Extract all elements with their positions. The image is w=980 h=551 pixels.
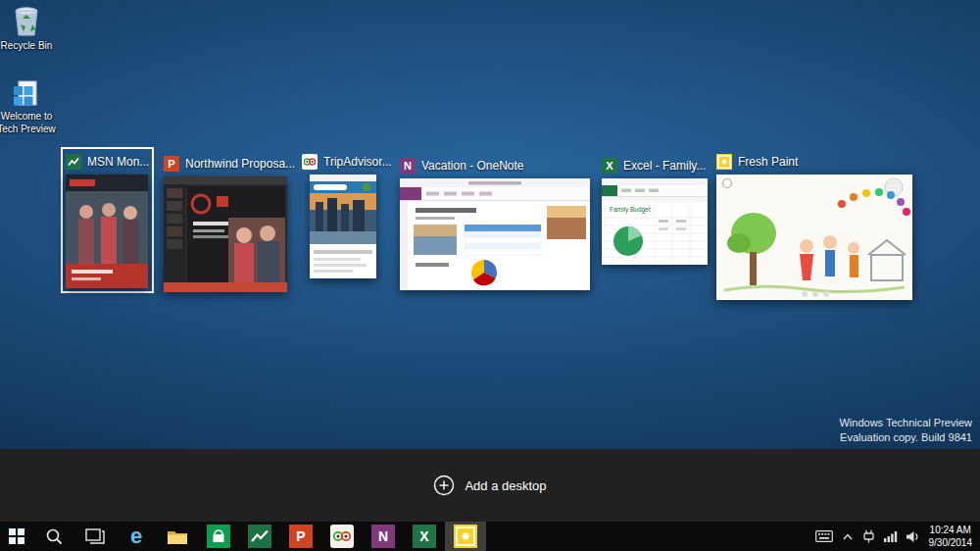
- task-view-window-tripadvisor[interactable]: TripAdvisor...: [297, 147, 389, 283]
- welcome-tech-preview-label: Welcome to Tech Preview: [0, 111, 58, 135]
- search-icon: [45, 527, 63, 545]
- task-view-button[interactable]: [74, 522, 116, 551]
- task-view-icon: [85, 528, 105, 544]
- task-view-window-fresh-paint[interactable]: Fresh Paint: [711, 147, 917, 305]
- tile-title: Vacation - OneNote: [421, 159, 524, 173]
- powerpoint-icon: P: [289, 525, 313, 548]
- desktop-icon-recycle-bin[interactable]: Recycle Bin: [0, 6, 58, 53]
- tile-title: Excel - Family...: [623, 159, 706, 173]
- tile-title: Fresh Paint: [738, 155, 798, 169]
- clock-date: 9/30/2014: [929, 536, 973, 549]
- excel-icon: X: [413, 525, 436, 548]
- plus-circle-icon: [433, 475, 455, 496]
- tripadvisor-taskbar-button[interactable]: [321, 522, 363, 551]
- task-view-window-msn-money[interactable]: MSN Mon...: [61, 147, 154, 293]
- msn-money-icon: [66, 154, 81, 170]
- welcome-tech-preview-icon: [12, 80, 41, 108]
- task-view-window-onenote[interactable]: N Vacation - OneNote: [395, 151, 595, 295]
- store-button[interactable]: [198, 522, 239, 551]
- onenote-icon: N: [400, 158, 416, 174]
- tripadvisor-icon: [302, 154, 318, 170]
- onenote-icon: N: [371, 525, 395, 548]
- file-explorer-button[interactable]: [157, 522, 198, 551]
- excel-icon: X: [602, 158, 617, 174]
- tripadvisor-thumbnail: [310, 175, 376, 278]
- internet-explorer-icon: e: [130, 526, 142, 547]
- excel-taskbar-button[interactable]: X: [404, 522, 445, 551]
- add-desktop-bar: Add a desktop: [0, 449, 980, 522]
- touch-keyboard-icon[interactable]: [815, 530, 833, 542]
- show-hidden-icons-chevron-icon[interactable]: [842, 532, 854, 541]
- task-view-window-powerpoint[interactable]: P Northwind Proposa...: [159, 149, 300, 297]
- fresh-paint-icon: [454, 525, 477, 548]
- tile-title: MSN Mon...: [87, 155, 149, 169]
- powerpoint-thumbnail: [164, 176, 287, 292]
- file-explorer-icon: [167, 528, 188, 545]
- watermark-line1: Windows Technical Preview: [839, 416, 972, 430]
- internet-explorer-button[interactable]: e: [116, 522, 157, 551]
- msn-money-icon: [248, 525, 271, 548]
- watermark-line2: Evaluation copy. Build 9841: [839, 430, 972, 445]
- volume-icon[interactable]: [906, 530, 920, 543]
- powerpoint-icon: P: [164, 156, 179, 172]
- network-icon[interactable]: [884, 530, 898, 542]
- fresh-paint-thumbnail: [716, 175, 912, 300]
- windows-logo-icon: [9, 528, 24, 544]
- msn-money-thumbnail: [66, 175, 148, 288]
- taskbar: e P: [0, 522, 980, 551]
- tile-title: Northwind Proposa...: [185, 157, 295, 171]
- store-icon: [207, 525, 230, 548]
- tile-header: MSN Mon...: [66, 152, 149, 172]
- onenote-taskbar-button[interactable]: N: [363, 522, 404, 551]
- start-button[interactable]: [0, 522, 33, 551]
- tile-title: TripAdvisor...: [323, 155, 392, 169]
- msn-money-taskbar-button[interactable]: [239, 522, 280, 551]
- system-tray: 10:24 AM 9/30/2014: [815, 522, 980, 551]
- search-button[interactable]: [33, 522, 74, 551]
- svg-text:Family Budget: Family Budget: [610, 206, 651, 214]
- tile-header: TripAdvisor...: [302, 152, 384, 172]
- taskbar-clock[interactable]: 10:24 AM 9/30/2014: [929, 524, 973, 549]
- excel-thumbnail: Family Budget: [602, 178, 708, 265]
- add-desktop-label: Add a desktop: [465, 478, 546, 493]
- add-desktop-button[interactable]: Add a desktop: [433, 475, 546, 496]
- evaluation-watermark: Windows Technical Preview Evaluation cop…: [839, 416, 972, 445]
- tile-header: Fresh Paint: [716, 152, 912, 172]
- recycle-bin-label: Recycle Bin: [1, 40, 53, 53]
- tile-header: N Vacation - OneNote: [400, 156, 590, 175]
- fresh-paint-taskbar-button[interactable]: [445, 522, 486, 551]
- task-view-window-excel[interactable]: X Excel - Family...: [597, 151, 712, 270]
- onenote-thumbnail: [400, 178, 590, 290]
- recycle-bin-icon: [12, 6, 41, 37]
- tile-header: P Northwind Proposa...: [164, 154, 295, 174]
- clock-time: 10:24 AM: [929, 524, 973, 536]
- powerpoint-taskbar-button[interactable]: P: [280, 522, 321, 551]
- screen: Recycle Bin Welcome to Tech Preview MSN …: [0, 0, 980, 551]
- tile-header: X Excel - Family...: [602, 156, 708, 175]
- desktop-background: Recycle Bin Welcome to Tech Preview MSN …: [0, 0, 980, 449]
- power-icon[interactable]: [862, 529, 875, 543]
- fresh-paint-icon: [716, 154, 732, 170]
- tripadvisor-icon: [330, 525, 354, 548]
- desktop-icon-welcome-tech-preview[interactable]: Welcome to Tech Preview: [0, 80, 58, 135]
